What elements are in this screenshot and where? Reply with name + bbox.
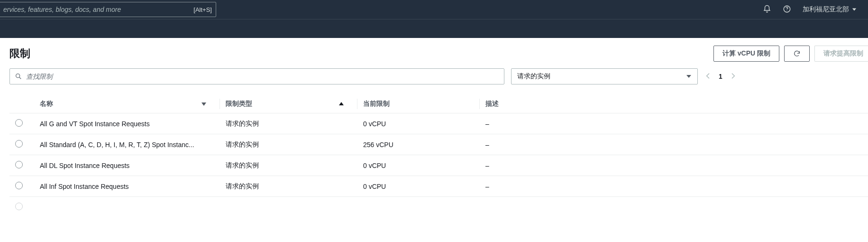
row-radio[interactable] xyxy=(15,119,23,127)
caret-down-icon xyxy=(686,74,692,79)
request-limit-increase-button[interactable]: 请求提高限制 xyxy=(814,46,868,62)
global-search-shortcut: [Alt+S] xyxy=(193,6,212,13)
cell-current: 0 vCPU xyxy=(357,155,480,176)
refresh-icon xyxy=(793,50,801,57)
cell-current: 256 vCPU xyxy=(357,134,480,155)
search-icon xyxy=(15,73,22,80)
prev-page-button[interactable] xyxy=(704,72,712,81)
col-type-label: 限制类型 xyxy=(226,100,252,108)
caret-down-icon xyxy=(852,7,857,12)
limits-table: 名称 限制类型 当前限制 描述 xyxy=(9,95,868,212)
row-radio[interactable] xyxy=(15,203,23,210)
next-page-button[interactable] xyxy=(729,72,738,81)
svg-point-1 xyxy=(786,10,787,11)
refresh-button[interactable] xyxy=(784,46,810,62)
cell-name: All G and VT Spot Instance Requests xyxy=(40,120,150,128)
cell-current: 0 vCPU xyxy=(357,113,480,134)
limit-type-select[interactable]: 请求的实例 xyxy=(511,68,698,84)
global-search-placeholder: ervices, features, blogs, docs, and more xyxy=(3,6,121,13)
col-desc[interactable]: 描述 xyxy=(480,95,868,113)
cell-desc: – xyxy=(480,113,868,134)
region-selector[interactable]: 加利福尼亚北部 xyxy=(803,5,857,14)
sort-asc-icon xyxy=(338,101,344,107)
svg-point-2 xyxy=(16,74,20,78)
page-title: 限制 xyxy=(9,47,30,61)
region-label: 加利福尼亚北部 xyxy=(803,5,849,14)
filter-search[interactable] xyxy=(9,68,504,84)
row-radio[interactable] xyxy=(15,140,23,148)
col-select xyxy=(9,95,34,113)
table-row[interactable]: All DL Spot Instance Requests 请求的实例 0 vC… xyxy=(9,155,868,176)
row-radio[interactable] xyxy=(15,161,23,168)
table-row[interactable] xyxy=(9,197,868,212)
cell-desc: – xyxy=(480,134,868,155)
cell-type: 请求的实例 xyxy=(220,134,357,155)
cell-name: All Inf Spot Instance Requests xyxy=(40,183,129,190)
page-number: 1 xyxy=(719,73,722,80)
subnav xyxy=(0,19,868,38)
col-name-label: 名称 xyxy=(40,100,53,108)
col-desc-label: 描述 xyxy=(485,100,499,107)
cell-type: 请求的实例 xyxy=(220,113,357,134)
cell-type: 请求的实例 xyxy=(220,155,357,176)
col-current[interactable]: 当前限制 xyxy=(357,95,480,113)
cell-type: 请求的实例 xyxy=(220,176,357,197)
table-row[interactable]: All Standard (A, C, D, H, I, M, R, T, Z)… xyxy=(9,134,868,155)
topbar: ervices, features, blogs, docs, and more… xyxy=(0,0,868,19)
filter-search-input[interactable] xyxy=(26,73,499,80)
notifications-icon[interactable] xyxy=(763,5,771,15)
compute-vcpu-limits-button[interactable]: 计算 vCPU 限制 xyxy=(713,46,779,62)
sort-desc-icon xyxy=(201,101,207,107)
cell-current: 0 vCPU xyxy=(357,176,480,197)
col-current-label: 当前限制 xyxy=(363,100,390,107)
row-radio[interactable] xyxy=(15,182,23,189)
global-search[interactable]: ervices, features, blogs, docs, and more… xyxy=(0,2,216,17)
limit-type-select-value: 请求的实例 xyxy=(517,72,550,81)
col-type[interactable]: 限制类型 xyxy=(220,95,357,113)
help-icon[interactable] xyxy=(783,5,791,15)
cell-name: All Standard (A, C, D, H, I, M, R, T, Z)… xyxy=(40,141,194,149)
table-row[interactable]: All G and VT Spot Instance Requests 请求的实… xyxy=(9,113,868,134)
cell-desc: – xyxy=(480,155,868,176)
col-name[interactable]: 名称 xyxy=(34,95,220,113)
pagination: 1 xyxy=(704,72,738,81)
table-row[interactable]: All Inf Spot Instance Requests 请求的实例 0 v… xyxy=(9,176,868,197)
cell-desc: – xyxy=(480,176,868,197)
cell-name: All DL Spot Instance Requests xyxy=(40,162,129,169)
